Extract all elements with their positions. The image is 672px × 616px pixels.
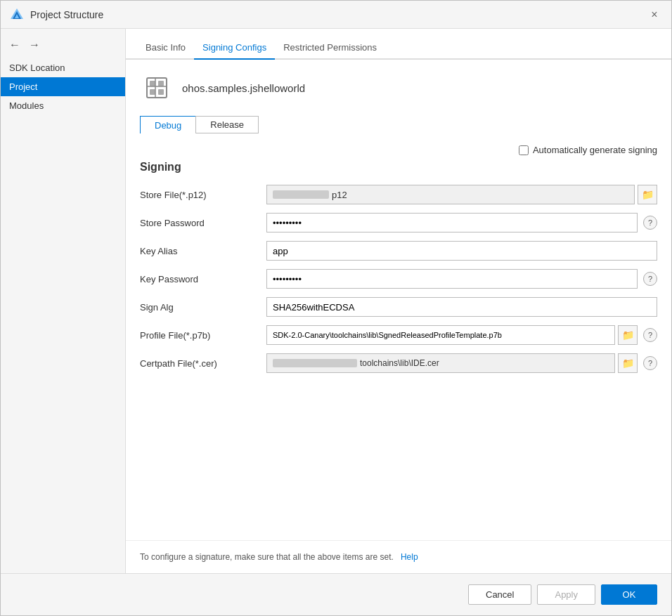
sidebar-item-sdk-location[interactable]: SDK Location bbox=[1, 58, 125, 77]
store-password-help-button[interactable]: ? bbox=[643, 216, 657, 230]
dialog-footer: Cancel Apply OK bbox=[1, 573, 671, 615]
apply-button: Apply bbox=[537, 584, 595, 605]
sidebar-item-modules[interactable]: Modules bbox=[1, 96, 125, 115]
sidebar-item-label-project: Project bbox=[9, 81, 37, 92]
nav-forward-button[interactable]: → bbox=[26, 37, 43, 53]
main-content: Basic Info Signing Configs Restricted Pe… bbox=[126, 29, 671, 573]
profile-file-label: Profile File(*.p7b) bbox=[140, 330, 266, 341]
profile-file-input-wrap: 📁 ? bbox=[266, 325, 657, 345]
package-icon bbox=[141, 72, 172, 103]
sign-alg-input-wrap bbox=[266, 297, 657, 317]
auto-sign-label: Automatically generate signing bbox=[533, 145, 657, 155]
profile-file-help-button[interactable]: ? bbox=[643, 328, 657, 342]
nav-back-button[interactable]: ← bbox=[6, 37, 23, 53]
store-password-label: Store Password bbox=[140, 218, 266, 228]
tab-restricted-permissions[interactable]: Restricted Permissions bbox=[275, 37, 385, 60]
sidebar-item-label-sdk: SDK Location bbox=[9, 63, 65, 73]
form-row-store-password: Store Password ? bbox=[140, 213, 657, 232]
dialog-title: Project Structure bbox=[30, 9, 103, 20]
debug-mode-button[interactable]: Debug bbox=[140, 116, 195, 133]
key-password-input-wrap: ? bbox=[266, 269, 657, 289]
store-file-folder-button[interactable]: 📁 bbox=[638, 185, 657, 204]
dialog-body: ← → SDK Location Project Modules Basic I… bbox=[1, 29, 671, 573]
content-area: ohos.samples.jshelloworld Debug Release … bbox=[126, 60, 671, 540]
tabs-bar: Basic Info Signing Configs Restricted Pe… bbox=[126, 29, 671, 60]
mode-buttons: Debug Release bbox=[140, 116, 657, 133]
store-password-input[interactable] bbox=[266, 213, 638, 232]
ok-button[interactable]: OK bbox=[601, 584, 657, 605]
auto-sign-checkbox[interactable] bbox=[519, 145, 529, 155]
store-file-input-wrap: p12 📁 bbox=[266, 185, 657, 204]
sign-alg-input[interactable] bbox=[266, 297, 657, 317]
store-file-suffix: p12 bbox=[332, 190, 347, 200]
form-row-certpath-file: Certpath File(*.cer) toolchains\lib\IDE.… bbox=[140, 353, 657, 373]
key-password-help-button[interactable]: ? bbox=[643, 272, 657, 286]
footer-help-link[interactable]: Help bbox=[401, 552, 418, 562]
auto-sign-row: Automatically generate signing bbox=[140, 145, 657, 155]
tab-basic-info[interactable]: Basic Info bbox=[137, 37, 194, 60]
key-password-label: Key Password bbox=[140, 274, 266, 284]
svg-rect-3 bbox=[150, 89, 155, 95]
key-alias-input-wrap bbox=[266, 241, 657, 261]
store-password-input-wrap: ? bbox=[266, 213, 657, 232]
certpath-file-help-button[interactable]: ? bbox=[643, 356, 657, 370]
tab-signing-configs[interactable]: Signing Configs bbox=[194, 37, 275, 60]
svg-rect-4 bbox=[158, 89, 164, 95]
signing-section-title: Signing bbox=[140, 161, 657, 173]
form-row-sign-alg: Sign Alg bbox=[140, 297, 657, 317]
form-row-key-password: Key Password ? bbox=[140, 269, 657, 289]
close-button[interactable]: × bbox=[646, 6, 663, 23]
certpath-file-suffix: toolchains\lib\IDE.cer bbox=[360, 358, 439, 368]
form-row-store-file: Store File(*.p12) p12 📁 bbox=[140, 185, 657, 204]
project-structure-dialog: Project Structure × ← → SDK Location Pro… bbox=[0, 0, 672, 616]
svg-rect-2 bbox=[158, 81, 164, 86]
footer-hint-text: To configure a signature, make sure that… bbox=[140, 552, 394, 562]
cancel-button[interactable]: Cancel bbox=[468, 584, 531, 605]
certpath-file-label: Certpath File(*.cer) bbox=[140, 358, 266, 369]
release-mode-button[interactable]: Release bbox=[195, 116, 259, 133]
key-alias-label: Key Alias bbox=[140, 246, 266, 256]
sidebar-item-label-modules: Modules bbox=[9, 100, 44, 111]
sign-alg-label: Sign Alg bbox=[140, 302, 266, 313]
store-file-label: Store File(*.p12) bbox=[140, 190, 266, 200]
project-name: ohos.samples.jshelloworld bbox=[182, 82, 305, 94]
form-row-key-alias: Key Alias bbox=[140, 241, 657, 261]
profile-file-input[interactable] bbox=[266, 325, 615, 345]
svg-rect-1 bbox=[150, 81, 155, 86]
certpath-file-input-wrap: toolchains\lib\IDE.cer 📁 ? bbox=[266, 353, 657, 373]
certpath-file-folder-button[interactable]: 📁 bbox=[618, 353, 638, 373]
title-bar: Project Structure × bbox=[1, 1, 671, 29]
profile-file-folder-button[interactable]: 📁 bbox=[618, 325, 638, 345]
sidebar-item-project[interactable]: Project bbox=[1, 77, 125, 96]
sidebar: ← → SDK Location Project Modules bbox=[1, 29, 126, 573]
key-alias-input[interactable] bbox=[266, 241, 657, 261]
deveco-logo-icon bbox=[9, 7, 25, 22]
svg-rect-0 bbox=[147, 78, 167, 98]
title-bar-left: Project Structure bbox=[9, 7, 103, 22]
form-row-profile-file: Profile File(*.p7b) 📁 ? bbox=[140, 325, 657, 345]
project-icon bbox=[140, 71, 174, 105]
footer-hint: To configure a signature, make sure that… bbox=[126, 540, 671, 573]
key-password-input[interactable] bbox=[266, 269, 638, 289]
nav-buttons: ← → bbox=[1, 34, 125, 58]
project-header: ohos.samples.jshelloworld bbox=[140, 71, 657, 105]
